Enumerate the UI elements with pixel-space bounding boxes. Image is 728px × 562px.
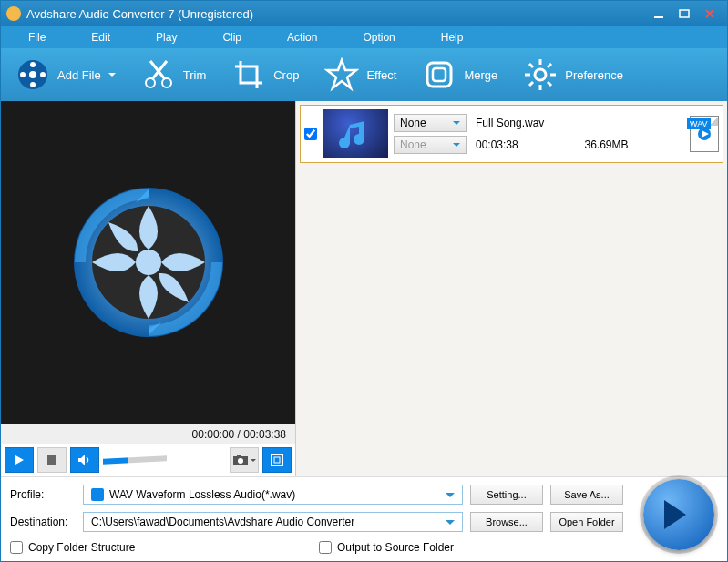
file-dropdown-2[interactable]: None: [394, 136, 467, 154]
menu-file[interactable]: File: [28, 31, 46, 44]
minimize-button[interactable]: [647, 5, 671, 22]
svg-rect-36: [237, 455, 241, 457]
film-reel-icon: [15, 57, 50, 92]
merge-button[interactable]: Merge: [413, 54, 507, 96]
merge-label: Merge: [464, 68, 497, 82]
chevron-down-icon: [108, 73, 116, 80]
format-icon: [91, 488, 104, 501]
svg-line-12: [152, 61, 167, 79]
svg-rect-37: [272, 455, 282, 465]
file-dropdown-1[interactable]: None: [394, 114, 467, 132]
file-format-icon: WAV: [690, 116, 719, 152]
play-button[interactable]: [5, 447, 34, 473]
svg-point-5: [29, 71, 36, 78]
menu-clip[interactable]: Clip: [222, 31, 241, 44]
bottom-panel: Profile: WAV Waveform Lossless Audio(*.w…: [1, 476, 727, 561]
profile-label: Profile:: [10, 488, 76, 501]
preview-panel: 00:00:00 / 00:03:38: [1, 101, 296, 476]
crop-icon: [231, 57, 266, 92]
menu-action[interactable]: Action: [287, 31, 317, 44]
copy-folder-checkbox[interactable]: Copy Folder Structure: [10, 541, 135, 554]
trim-label: Trim: [183, 68, 207, 82]
menu-edit[interactable]: Edit: [91, 31, 110, 44]
svg-marker-31: [15, 455, 24, 465]
preference-label: Preference: [565, 68, 623, 82]
svg-rect-16: [433, 68, 446, 81]
app-logo-icon: [6, 6, 21, 21]
file-duration: 00:03:38: [476, 138, 576, 151]
stop-button[interactable]: [37, 447, 67, 473]
profile-dropdown[interactable]: WAV Waveform Lossless Audio(*.wav): [83, 485, 463, 505]
svg-line-25: [529, 82, 533, 86]
menu-play[interactable]: Play: [156, 31, 177, 44]
menu-help[interactable]: Help: [441, 31, 464, 44]
open-folder-button[interactable]: Open Folder: [550, 512, 623, 532]
titlebar: Avdshare Audio Converter 7 (Unregistered…: [1, 1, 727, 26]
svg-rect-32: [47, 455, 56, 465]
format-badge: WAV: [687, 118, 711, 129]
volume-button[interactable]: [70, 447, 99, 473]
svg-rect-1: [680, 10, 689, 17]
crop-button[interactable]: Crop: [222, 54, 308, 96]
svg-rect-15: [427, 63, 451, 87]
add-file-button[interactable]: Add File: [6, 54, 125, 96]
fullscreen-button[interactable]: [262, 447, 292, 473]
star-icon: [324, 57, 359, 92]
svg-marker-33: [78, 455, 85, 465]
svg-line-23: [548, 82, 551, 86]
destination-dropdown[interactable]: C:\Users\fawad\Documents\Avdshare Audio …: [83, 512, 463, 532]
setting-button[interactable]: Setting...: [470, 485, 543, 505]
reel-placeholder-icon: [67, 180, 231, 344]
preview-controls: [1, 444, 295, 476]
toolbar: Add File Trim Crop Effect Merge Preferen…: [1, 48, 727, 101]
chevron-down-icon: [251, 459, 256, 465]
preview-video-area: [1, 101, 295, 424]
svg-point-6: [30, 62, 36, 67]
volume-slider[interactable]: [103, 455, 167, 465]
svg-marker-14: [327, 60, 356, 88]
save-as-button[interactable]: Save As...: [550, 485, 623, 505]
output-source-checkbox[interactable]: Output to Source Folder: [319, 541, 454, 554]
svg-point-7: [30, 82, 36, 87]
file-thumbnail: [323, 109, 388, 158]
svg-point-8: [20, 72, 26, 77]
effect-label: Effect: [366, 68, 396, 82]
scissors-icon: [141, 57, 176, 92]
add-file-label: Add File: [57, 68, 101, 82]
crop-label: Crop: [273, 68, 299, 82]
svg-point-35: [238, 458, 243, 464]
menubar: File Edit Play Clip Action Option Help: [1, 26, 727, 48]
snapshot-button[interactable]: [230, 447, 259, 473]
preview-time-display: 00:00:00 / 00:03:38: [1, 424, 295, 444]
file-name: Full Song.wav: [476, 117, 684, 129]
convert-button[interactable]: [643, 479, 714, 550]
svg-point-28: [136, 250, 161, 275]
svg-line-22: [529, 64, 533, 67]
svg-line-24: [548, 64, 551, 67]
menu-option[interactable]: Option: [363, 31, 395, 44]
time-text: 00:00:00 / 00:03:38: [192, 428, 286, 441]
close-button[interactable]: [698, 5, 722, 22]
gear-icon: [523, 57, 558, 92]
svg-point-17: [535, 69, 546, 80]
file-item[interactable]: None Full Song.wav None 00:03:38 36.69MB…: [300, 105, 723, 163]
merge-icon: [422, 57, 456, 92]
effect-button[interactable]: Effect: [315, 54, 405, 96]
file-list: None Full Song.wav None 00:03:38 36.69MB…: [296, 101, 727, 476]
destination-label: Destination:: [10, 516, 76, 528]
svg-line-13: [150, 61, 165, 79]
destination-path: C:\Users\fawad\Documents\Avdshare Audio …: [91, 516, 354, 528]
trim-button[interactable]: Trim: [132, 54, 216, 96]
preference-button[interactable]: Preference: [514, 54, 632, 96]
maximize-button[interactable]: [672, 5, 696, 22]
browse-button[interactable]: Browse...: [470, 512, 543, 532]
profile-value: WAV Waveform Lossless Audio(*.wav): [109, 488, 295, 501]
svg-rect-38: [274, 457, 280, 463]
svg-point-9: [40, 72, 46, 77]
file-size: 36.69MB: [585, 138, 685, 151]
file-checkbox[interactable]: [304, 128, 317, 140]
window-title: Avdshare Audio Converter 7 (Unregistered…: [26, 7, 645, 21]
